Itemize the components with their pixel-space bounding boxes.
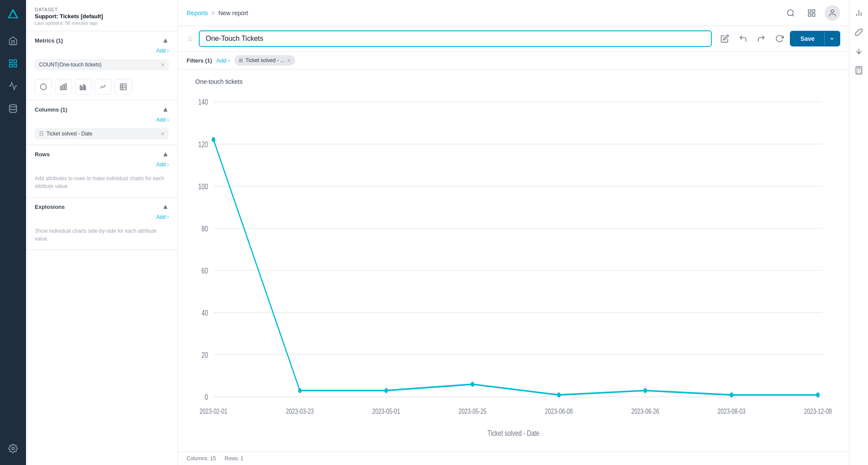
metrics-section: Metrics (1) ▲ Add › COUNT(One-touch tick… bbox=[26, 31, 178, 100]
svg-point-26 bbox=[831, 10, 834, 13]
svg-rect-9 bbox=[60, 86, 62, 90]
rows-header: Rows ▲ bbox=[26, 145, 178, 162]
filter-tag: ⊞ Ticket solved - ... × bbox=[234, 55, 295, 66]
svg-text:140: 140 bbox=[198, 97, 208, 106]
svg-text:20: 20 bbox=[201, 350, 208, 359]
columns-count: Columns: 15 bbox=[187, 455, 216, 462]
svg-text:2023-06-26: 2023-06-26 bbox=[631, 407, 659, 415]
svg-rect-24 bbox=[809, 13, 811, 16]
chart-type-line[interactable] bbox=[95, 79, 112, 95]
dataset-name: Support: Tickets [default] bbox=[35, 13, 169, 20]
svg-text:2023-05-01: 2023-05-01 bbox=[372, 407, 400, 415]
chart-area: One-touch tickets 140 120 100 80 60 40 2… bbox=[178, 69, 849, 452]
columns-tag-text: Ticket solved - Date bbox=[46, 131, 158, 137]
svg-text:2023-02-01: 2023-02-01 bbox=[200, 407, 227, 415]
svg-point-58 bbox=[730, 392, 733, 398]
svg-rect-25 bbox=[812, 13, 815, 16]
dataset-label: Dataset bbox=[35, 7, 169, 12]
svg-point-52 bbox=[212, 137, 215, 142]
chart-type-bar bbox=[26, 76, 178, 100]
svg-text:2023-12-08: 2023-12-08 bbox=[804, 407, 832, 415]
metrics-header: Metrics (1) ▲ bbox=[26, 31, 178, 48]
filter-add-link[interactable]: Add › bbox=[217, 57, 230, 64]
svg-line-21 bbox=[792, 14, 794, 16]
search-button[interactable] bbox=[783, 5, 799, 21]
app-logo[interactable] bbox=[6, 7, 20, 21]
explosions-header: Explosions ▲ bbox=[26, 198, 178, 214]
chart-type-grouped-bar[interactable] bbox=[75, 79, 92, 95]
grid-button[interactable] bbox=[804, 5, 819, 21]
line-chart: 140 120 100 80 60 40 20 0 2023-02-0 bbox=[195, 87, 832, 452]
undo-button[interactable] bbox=[735, 31, 751, 46]
rows-add-link[interactable]: Add › bbox=[26, 162, 178, 171]
refresh-button[interactable] bbox=[772, 31, 787, 46]
filter-tag-icon: ⊞ bbox=[239, 57, 243, 63]
rows-title: Rows bbox=[35, 151, 50, 158]
svg-point-6 bbox=[10, 105, 17, 107]
svg-rect-13 bbox=[82, 87, 82, 90]
right-panel-chart-icon[interactable] bbox=[851, 5, 867, 21]
svg-text:120: 120 bbox=[198, 140, 208, 149]
user-avatar[interactable] bbox=[825, 5, 840, 21]
explosions-hint: Show individual charts side-by-side for … bbox=[26, 224, 178, 250]
metrics-title: Metrics (1) bbox=[35, 37, 63, 44]
right-panel-paint-icon[interactable] bbox=[851, 24, 867, 40]
columns-tag-close[interactable]: × bbox=[161, 131, 164, 137]
nav-item-dashboard[interactable] bbox=[3, 54, 23, 73]
chart-title: One-touch tickets bbox=[195, 78, 832, 85]
svg-rect-12 bbox=[80, 86, 81, 90]
report-actions: Save bbox=[717, 31, 840, 46]
columns-title: Columns (1) bbox=[35, 106, 67, 113]
svg-point-56 bbox=[557, 392, 561, 398]
svg-text:80: 80 bbox=[201, 224, 208, 233]
svg-text:Ticket solved - Date: Ticket solved - Date bbox=[487, 429, 539, 438]
svg-text:2023-03-23: 2023-03-23 bbox=[286, 407, 314, 415]
explosions-add-link[interactable]: Add › bbox=[26, 214, 178, 224]
favorite-star-icon[interactable]: ☆ bbox=[187, 34, 194, 43]
nav-item-settings[interactable] bbox=[3, 439, 23, 458]
metrics-tag-close[interactable]: × bbox=[161, 62, 164, 68]
redo-button[interactable] bbox=[753, 31, 769, 46]
save-dropdown-button[interactable] bbox=[824, 32, 839, 46]
svg-point-55 bbox=[471, 382, 474, 387]
report-title-input[interactable] bbox=[199, 30, 712, 47]
explosions-chevron-icon[interactable]: ▲ bbox=[162, 203, 169, 211]
svg-rect-3 bbox=[14, 60, 16, 63]
nav-bar bbox=[0, 0, 26, 465]
metrics-add-link[interactable]: Add › bbox=[26, 48, 178, 57]
chart-type-bar-chart[interactable] bbox=[55, 79, 72, 95]
svg-rect-14 bbox=[83, 85, 84, 90]
edit-button[interactable] bbox=[717, 31, 733, 46]
svg-text:60: 60 bbox=[201, 266, 208, 275]
svg-point-7 bbox=[12, 447, 14, 450]
svg-rect-22 bbox=[809, 10, 811, 12]
nav-item-home[interactable] bbox=[3, 31, 23, 50]
columns-add-link[interactable]: Add › bbox=[26, 117, 178, 126]
columns-tag: ☷ Ticket solved - Date × bbox=[35, 128, 169, 139]
svg-rect-5 bbox=[14, 64, 16, 67]
nav-item-data[interactable] bbox=[3, 99, 23, 118]
svg-rect-10 bbox=[63, 85, 64, 90]
filter-tag-text: Ticket solved - ... bbox=[246, 57, 285, 63]
svg-point-59 bbox=[816, 392, 819, 398]
nav-item-reports[interactable] bbox=[3, 76, 23, 96]
rows-chevron-icon[interactable]: ▲ bbox=[162, 150, 169, 158]
breadcrumb-reports-link[interactable]: Reports bbox=[187, 10, 208, 16]
right-panel-calc-icon[interactable] bbox=[851, 63, 867, 78]
explosions-section: Explosions ▲ Add › Show individual chart… bbox=[26, 198, 178, 250]
main-content: Reports > New report ☆ bbox=[178, 0, 849, 465]
metrics-chevron-icon[interactable]: ▲ bbox=[162, 36, 169, 44]
svg-point-20 bbox=[788, 10, 793, 15]
svg-rect-15 bbox=[85, 86, 85, 90]
chart-type-table[interactable] bbox=[115, 79, 132, 95]
filter-tag-close-button[interactable]: × bbox=[287, 57, 291, 64]
right-panel-sort-icon[interactable] bbox=[851, 43, 867, 59]
chart-type-circle[interactable] bbox=[35, 79, 52, 95]
sidebar: Dataset Support: Tickets [default] Last … bbox=[26, 0, 178, 465]
svg-point-57 bbox=[643, 388, 647, 393]
svg-point-54 bbox=[385, 388, 388, 393]
columns-chevron-icon[interactable]: ▲ bbox=[162, 106, 169, 113]
save-button[interactable]: Save bbox=[791, 32, 824, 46]
breadcrumb-current: New report bbox=[218, 10, 248, 16]
svg-point-53 bbox=[298, 388, 302, 393]
